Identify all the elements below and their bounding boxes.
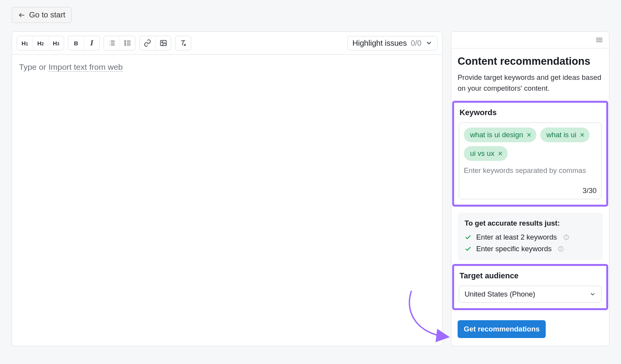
highlight-issues-count: 0/0	[411, 39, 422, 48]
insert-group	[139, 36, 171, 50]
remove-keyword-icon[interactable]	[579, 132, 585, 138]
heading-group: H1 H2 H3	[17, 36, 64, 50]
keyword-chip-label: what is ui	[546, 131, 576, 139]
keyword-chip: ui vs ux	[464, 146, 508, 161]
format-group: B I	[68, 36, 100, 50]
list-group	[104, 36, 135, 50]
editor-toolbar: H1 H2 H3 B I	[12, 32, 442, 55]
menu-icon[interactable]	[595, 36, 604, 44]
audience-label: Target audience	[459, 271, 602, 280]
keyword-chip-label: what is ui design	[470, 131, 523, 139]
clear-format-icon	[179, 39, 187, 47]
audience-section: Target audience United States (Phone)	[452, 264, 608, 310]
unordered-list-button[interactable]	[120, 36, 135, 50]
h3-button[interactable]: H3	[48, 36, 64, 50]
info-icon[interactable]	[563, 234, 569, 240]
clear-group	[175, 36, 191, 50]
go-to-start-label: Go to start	[29, 10, 65, 19]
keywords-section: Keywords what is ui design what is ui	[452, 101, 608, 207]
recommendations-title: Content recommendations	[458, 55, 603, 67]
tips-box: To get accurate results just: Enter at l…	[458, 213, 603, 260]
keywords-placeholder: Enter keywords separated by commas	[464, 166, 597, 175]
arrow-left-icon	[18, 12, 25, 19]
remove-keyword-icon[interactable]	[526, 132, 532, 138]
svg-point-7	[125, 41, 125, 41]
ordered-list-icon	[108, 39, 116, 47]
recommendations-subtitle: Provide target keywords and get ideas ba…	[458, 72, 603, 94]
tip-text: Enter at least 2 keywords	[476, 233, 557, 242]
svg-point-8	[125, 43, 125, 43]
keyword-chip: what is ui	[540, 128, 590, 142]
svg-point-25	[566, 236, 566, 236]
tip-row: Enter at least 2 keywords	[465, 233, 596, 242]
keywords-input[interactable]: what is ui design what is ui ui vs ux	[459, 122, 602, 199]
go-to-start-button[interactable]: Go to start	[12, 7, 72, 23]
highlight-issues-label: Highlight issues	[352, 39, 407, 48]
audience-select[interactable]: United States (Phone)	[459, 286, 602, 303]
italic-button[interactable]: I	[84, 36, 99, 50]
import-text-link[interactable]: Import text from web	[49, 62, 123, 72]
keyword-chip-label: ui vs ux	[470, 149, 494, 158]
audience-value: United States (Phone)	[465, 290, 535, 298]
link-button[interactable]	[140, 36, 155, 50]
info-icon[interactable]	[558, 246, 564, 252]
check-icon	[465, 245, 472, 252]
chevron-down-icon	[590, 291, 596, 297]
svg-point-28	[561, 248, 561, 248]
h1-button[interactable]: H1	[17, 36, 33, 50]
get-recommendations-button[interactable]: Get recommendations	[458, 320, 546, 338]
clear-format-button[interactable]	[175, 36, 191, 50]
svg-point-9	[125, 45, 125, 45]
check-icon	[465, 234, 472, 241]
keywords-count: 3/30	[464, 186, 597, 195]
editor-placeholder-pre: Type or	[19, 62, 49, 71]
tip-row: Enter specific keywords	[465, 245, 596, 253]
ordered-list-button[interactable]	[104, 36, 120, 50]
link-icon	[144, 39, 151, 47]
svg-point-11	[161, 42, 163, 43]
keywords-label: Keywords	[459, 108, 602, 117]
image-button[interactable]	[155, 36, 171, 50]
tips-title: To get accurate results just:	[465, 219, 596, 228]
unordered-list-icon	[124, 39, 132, 47]
recommendations-panel: Content recommendations Provide target k…	[451, 31, 609, 346]
remove-keyword-icon[interactable]	[498, 151, 503, 156]
editor-body[interactable]: Type or Import text from web	[12, 55, 442, 346]
h2-button[interactable]: H2	[33, 36, 48, 50]
keyword-chip: what is ui design	[464, 128, 536, 142]
keyword-chips: what is ui design what is ui ui vs ux	[464, 128, 597, 161]
highlight-issues-dropdown[interactable]: Highlight issues 0/0	[347, 36, 437, 50]
tip-text: Enter specific keywords	[476, 245, 552, 253]
image-icon	[160, 39, 167, 47]
bold-button[interactable]: B	[68, 36, 84, 50]
editor-panel: H1 H2 H3 B I	[12, 31, 442, 346]
chevron-down-icon	[425, 40, 432, 47]
